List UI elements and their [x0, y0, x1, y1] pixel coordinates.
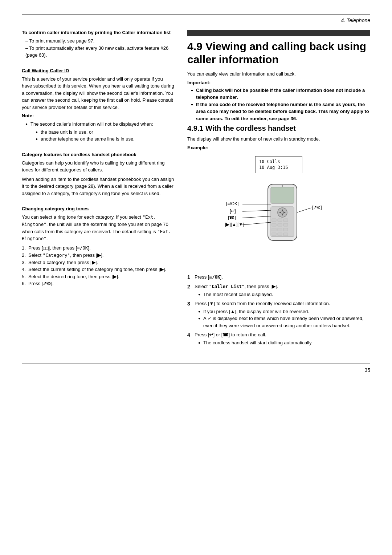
- ring-tones-section: Changing category ring tones You can sel…: [22, 206, 174, 287]
- step-2: Select "Caller List", then press [▶]. Th…: [187, 283, 370, 298]
- svg-rect-18: [272, 233, 276, 236]
- display-line1: 10 Calls: [259, 159, 298, 165]
- step-2-bullets: The most recent call is displayed.: [195, 291, 370, 298]
- phone-illustration: [≡/OK] [↩] [☎] [▶][▲][▼]: [224, 181, 333, 268]
- svg-text:[↩]: [↩]: [230, 208, 236, 214]
- step-3-bullets: If you press [▲], the display order will…: [195, 308, 370, 329]
- svg-text:[↗⊙]: [↗⊙]: [312, 205, 322, 210]
- category-body1: Categories can help you identify who is …: [22, 159, 174, 174]
- svg-point-2: [282, 185, 283, 187]
- bullet-item: If you press [▲], the display order will…: [198, 308, 370, 315]
- svg-rect-12: [272, 223, 276, 226]
- note-item: The second caller's information will not…: [25, 121, 174, 143]
- subsection-heading: 4.9.1 With the cordless handset: [187, 124, 370, 133]
- phone-diagram: [≡/OK] [↩] [☎] [▶][▲][▼]: [187, 181, 370, 268]
- bullet-item: A ✓ is displayed next to items which hav…: [198, 315, 370, 329]
- chapter-header: 4. Telephone: [22, 17, 370, 23]
- step-item: Select a category, then press [▶].: [22, 259, 174, 266]
- step-4: Press [↩] or [☎] to return the call. The…: [187, 331, 370, 346]
- display-box: 10 Calls 10 Aug 3:15: [255, 156, 302, 174]
- header-divider: [22, 15, 370, 15]
- category-section: Category features for cordless handset p…: [22, 152, 174, 197]
- note-list: The second caller's information will not…: [22, 121, 174, 143]
- svg-rect-9: [272, 219, 276, 222]
- chapter-title: 4. Telephone: [341, 17, 370, 23]
- step-item: Select the desired ring tone, then press…: [22, 273, 174, 280]
- svg-text:[☎]: [☎]: [228, 215, 236, 220]
- svg-rect-11: [283, 219, 288, 222]
- section-bar: [187, 30, 370, 36]
- list-item: To print manually, see page 97.: [25, 37, 174, 45]
- subsection-body: The display will show the number of new …: [187, 135, 370, 143]
- step-item: Select the current setting of the catego…: [22, 266, 174, 273]
- svg-text:[≡/OK]: [≡/OK]: [226, 201, 238, 206]
- left-column: To confirm caller information by printin…: [22, 30, 174, 349]
- step-item: Select "Category", then press [▶].: [22, 252, 174, 259]
- sub-list: the base unit is in use, or another tele…: [30, 129, 174, 143]
- sub-item: the base unit is in use, or: [36, 129, 174, 136]
- confirm-caller-list: To print manually, see page 97. To print…: [22, 37, 174, 59]
- divider: [22, 202, 174, 202]
- call-waiting-heading: Call Waiting Caller ID: [22, 68, 174, 73]
- step-1: Press [≡/OK].: [187, 274, 370, 281]
- subsection-491: 4.9.1 With the cordless handset The disp…: [187, 124, 370, 346]
- svg-rect-19: [278, 233, 282, 236]
- step-3: Press [▼] to search from the recently re…: [187, 300, 370, 329]
- svg-rect-15: [272, 228, 276, 231]
- svg-line-29: [297, 208, 311, 212]
- confirm-caller-section: To confirm caller information by printin…: [22, 30, 174, 59]
- right-column: 4.9 Viewing and calling back using calle…: [187, 30, 370, 349]
- divider: [22, 148, 174, 148]
- important-item: If the area code of the received telepho…: [191, 101, 370, 122]
- intro-text: You can easily view caller information a…: [187, 70, 370, 78]
- main-heading: 4.9 Viewing and calling back using calle…: [187, 40, 370, 66]
- bullet-item: The cordless handset will start dialling…: [198, 339, 370, 347]
- svg-rect-17: [283, 228, 288, 231]
- example-label: Example:: [187, 145, 370, 150]
- svg-line-27: [242, 222, 271, 225]
- list-item: To print automatically after every 30 ne…: [25, 45, 174, 59]
- svg-point-4: [278, 208, 287, 217]
- svg-rect-10: [278, 219, 282, 222]
- svg-rect-1: [271, 187, 294, 203]
- svg-rect-13: [278, 223, 282, 226]
- display-line2: 10 Aug 3:15: [259, 165, 298, 171]
- divider: [22, 64, 174, 64]
- svg-rect-16: [278, 228, 282, 231]
- steps-list: Press [≡/OK]. Select "Caller List", then…: [187, 274, 370, 346]
- svg-rect-20: [283, 233, 288, 236]
- svg-rect-14: [283, 223, 288, 226]
- page-number: 35: [364, 367, 370, 373]
- step-item: Press [□□], then press [≡/OK].: [22, 244, 174, 252]
- svg-text:[▶][▲][▼]: [▶][▲][▼]: [225, 222, 244, 227]
- ring-tones-steps: Press [□□], then press [≡/OK]. Select "C…: [22, 244, 174, 287]
- bullet-item: The most recent call is displayed.: [198, 291, 370, 298]
- ring-tones-heading: Changing category ring tones: [22, 206, 174, 211]
- svg-line-25: [242, 216, 271, 218]
- call-waiting-body: This is a service of your service provid…: [22, 76, 174, 111]
- step-item: Press [↗⊙].: [22, 280, 174, 287]
- footer: 35: [22, 364, 370, 373]
- category-heading: Category features for cordless handset p…: [22, 152, 174, 157]
- note-heading: Note:: [22, 113, 174, 118]
- confirm-caller-heading: To confirm caller information by printin…: [22, 30, 174, 35]
- two-column-layout: To confirm caller information by printin…: [22, 30, 370, 349]
- important-item: Calling back will not be possible if the…: [191, 87, 370, 101]
- sub-item: another telephone on the same line is in…: [36, 135, 174, 143]
- important-label: Important:: [187, 80, 370, 85]
- phone-svg: [≡/OK] [↩] [☎] [▶][▲][▼]: [224, 181, 333, 268]
- call-waiting-section: Call Waiting Caller ID This is a service…: [22, 68, 174, 143]
- important-list: Calling back will not be possible if the…: [187, 87, 370, 122]
- step-4-bullets: The cordless handset will start dialling…: [195, 339, 370, 347]
- svg-line-23: [242, 210, 271, 211]
- ring-tones-body: You can select a ring tone for each cate…: [22, 214, 174, 242]
- category-body2: When adding an item to the cordless hand…: [22, 176, 174, 197]
- page: 4. Telephone To confirm caller informati…: [0, 0, 392, 555]
